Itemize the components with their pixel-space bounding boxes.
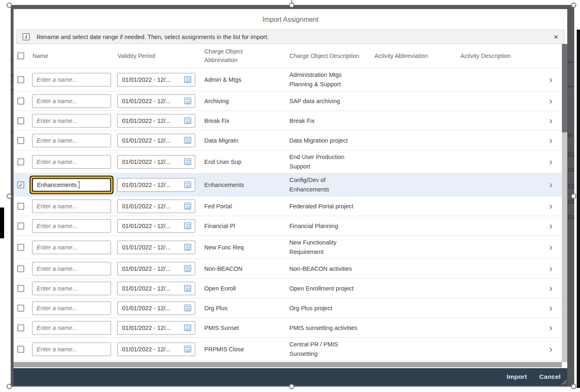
- chevron-right-icon[interactable]: ›: [549, 242, 552, 252]
- validity-period-input[interactable]: 01/01/2022 - 12/...: [117, 342, 195, 356]
- calendar-icon[interactable]: [184, 137, 191, 144]
- selection-handle-middle-right[interactable]: [571, 194, 576, 199]
- chevron-right-icon[interactable]: ›: [549, 96, 552, 106]
- name-input[interactable]: Enter a name...: [32, 281, 111, 295]
- name-input[interactable]: Enter a name...: [32, 342, 111, 356]
- selection-handle-top-right[interactable]: [571, 2, 576, 8]
- row-checkbox[interactable]: [17, 346, 24, 353]
- selection-handle-bottom-center[interactable]: [289, 384, 294, 389]
- table-row[interactable]: Enter a name... 01/01/2022 - 12/... PMIS…: [14, 318, 562, 338]
- validity-period-input[interactable]: 01/01/2022 - 12/...: [117, 199, 195, 213]
- selection-handle-bottom-right[interactable]: [571, 384, 576, 389]
- validity-period-input[interactable]: 01/01/2022 - 12/...: [117, 240, 195, 254]
- select-all-checkbox[interactable]: [17, 53, 24, 60]
- vertical-scrollbar[interactable]: [562, 44, 567, 362]
- chevron-right-icon[interactable]: ›: [549, 136, 552, 145]
- validity-period-input[interactable]: 01/01/2022 - 12/...: [117, 219, 195, 233]
- chevron-right-icon[interactable]: ›: [549, 221, 552, 231]
- calendar-icon[interactable]: [184, 76, 191, 83]
- calendar-icon[interactable]: [184, 346, 191, 353]
- chevron-right-icon[interactable]: ›: [549, 284, 552, 293]
- close-icon[interactable]: ×: [554, 33, 558, 41]
- row-checkbox[interactable]: [17, 222, 24, 229]
- name-input[interactable]: Enter a name...: [32, 301, 111, 315]
- row-checkbox[interactable]: [17, 244, 24, 251]
- table-row[interactable]: Enter a name... 01/01/2022 - 12/... New …: [14, 236, 562, 259]
- table-row[interactable]: Enter a name... 01/01/2022 - 12/... End …: [14, 150, 562, 173]
- resize-grip-icon[interactable]: [561, 379, 566, 385]
- validity-period-input[interactable]: 01/01/2022 - 12/...: [117, 134, 195, 147]
- name-input[interactable]: Enter a name...: [32, 73, 111, 86]
- table-row[interactable]: Enter a name... 01/01/2022 - 12/... Brea…: [14, 111, 562, 131]
- calendar-icon[interactable]: [184, 244, 191, 251]
- table-row[interactable]: Enter a name... 01/01/2022 - 12/... PRPM…: [14, 338, 562, 361]
- selection-handle-bottom-left[interactable]: [7, 384, 12, 389]
- name-input[interactable]: Enter a name...: [32, 134, 111, 147]
- row-checkbox[interactable]: [17, 158, 24, 165]
- table-row[interactable]: Enter a name... 01/01/2022 - 12/... Non-…: [14, 259, 562, 279]
- calendar-icon[interactable]: [184, 159, 191, 165]
- calendar-icon[interactable]: [184, 285, 191, 292]
- horizontal-scrollbar[interactable]: [14, 362, 562, 367]
- row-checkbox[interactable]: [17, 265, 24, 272]
- table-row[interactable]: Enter a name... 01/01/2022 - 12/... Fed …: [14, 196, 562, 216]
- validity-period-input[interactable]: 01/01/2022 - 12/...: [117, 262, 195, 275]
- row-checkbox[interactable]: [17, 324, 24, 331]
- row-checkbox[interactable]: [17, 137, 24, 144]
- validity-period-input[interactable]: 01/01/2022 - 12/...: [117, 94, 195, 108]
- table-row[interactable]: ✓ Enhancements 01/01/2022 - 12/... Enhan…: [14, 173, 562, 196]
- validity-period-input[interactable]: 01/01/2022 - 12/...: [117, 321, 195, 334]
- chevron-right-icon[interactable]: ›: [549, 303, 552, 313]
- selection-handle-middle-left[interactable]: [7, 194, 12, 199]
- selection-handle-top-left[interactable]: [7, 2, 12, 8]
- table-row[interactable]: Enter a name... 01/01/2022 - 12/... Fina…: [14, 216, 562, 236]
- chevron-right-icon[interactable]: ›: [549, 264, 552, 274]
- chevron-right-icon[interactable]: ›: [549, 201, 552, 211]
- chevron-right-icon[interactable]: ›: [549, 157, 552, 167]
- validity-period-input[interactable]: 01/01/2022 - 12/...: [117, 73, 195, 86]
- cancel-button[interactable]: Cancel: [539, 373, 561, 380]
- row-checkbox[interactable]: [17, 76, 24, 83]
- validity-period-input[interactable]: 01/01/2022 - 12/...: [117, 281, 195, 295]
- chevron-right-icon[interactable]: ›: [549, 75, 552, 85]
- table-row[interactable]: Enter a name... 01/01/2022 - 12/... Open…: [14, 279, 562, 298]
- row-checkbox[interactable]: ✓: [17, 181, 24, 188]
- vertical-scrollbar-thumb[interactable]: [562, 44, 567, 132]
- name-input[interactable]: Enhancements: [32, 178, 111, 191]
- selection-handle-top-center[interactable]: [289, 2, 294, 8]
- name-input[interactable]: Enter a name...: [32, 321, 111, 334]
- chevron-right-icon[interactable]: ›: [549, 344, 552, 354]
- calendar-icon[interactable]: [184, 203, 191, 210]
- calendar-icon[interactable]: [184, 325, 191, 331]
- import-button[interactable]: Import: [507, 373, 527, 380]
- calendar-icon[interactable]: [184, 118, 191, 124]
- name-input[interactable]: Enter a name...: [32, 94, 111, 108]
- chevron-right-icon[interactable]: ›: [549, 180, 552, 190]
- calendar-icon[interactable]: [184, 305, 191, 311]
- name-input[interactable]: Enter a name...: [32, 262, 111, 275]
- row-checkbox[interactable]: [17, 97, 24, 104]
- table-row[interactable]: Enter a name... 01/01/2022 - 12/... Admi…: [14, 68, 562, 91]
- row-checkbox[interactable]: [17, 117, 24, 124]
- chevron-right-icon[interactable]: ›: [549, 323, 552, 333]
- calendar-icon[interactable]: [184, 265, 191, 272]
- name-input[interactable]: Enter a name...: [32, 240, 111, 254]
- validity-period-input[interactable]: 01/01/2022 - 12/...: [117, 178, 195, 191]
- validity-period-input[interactable]: 01/01/2022 - 12/...: [117, 155, 195, 168]
- name-input[interactable]: Enter a name...: [32, 199, 111, 213]
- table-row[interactable]: Enter a name... 01/01/2022 - 12/... Arch…: [14, 91, 562, 111]
- table-row[interactable]: Enter a name... 01/01/2022 - 12/... Data…: [14, 131, 562, 150]
- name-input[interactable]: Enter a name...: [32, 114, 111, 127]
- calendar-icon[interactable]: [184, 182, 191, 188]
- name-input[interactable]: Enter a name...: [32, 155, 111, 168]
- row-checkbox[interactable]: [17, 304, 24, 311]
- calendar-icon[interactable]: [184, 223, 191, 229]
- name-input[interactable]: Enter a name...: [32, 219, 111, 233]
- chevron-right-icon[interactable]: ›: [549, 116, 552, 126]
- calendar-icon[interactable]: [184, 98, 191, 104]
- selected-screenshot-object[interactable]: sne V0101120101 Import Assignment i Rena…: [11, 5, 574, 387]
- row-checkbox[interactable]: [17, 203, 24, 210]
- validity-period-input[interactable]: 01/01/2022 - 12/...: [117, 114, 195, 127]
- row-checkbox[interactable]: [17, 285, 24, 292]
- validity-period-input[interactable]: 01/01/2022 - 12/...: [117, 301, 195, 315]
